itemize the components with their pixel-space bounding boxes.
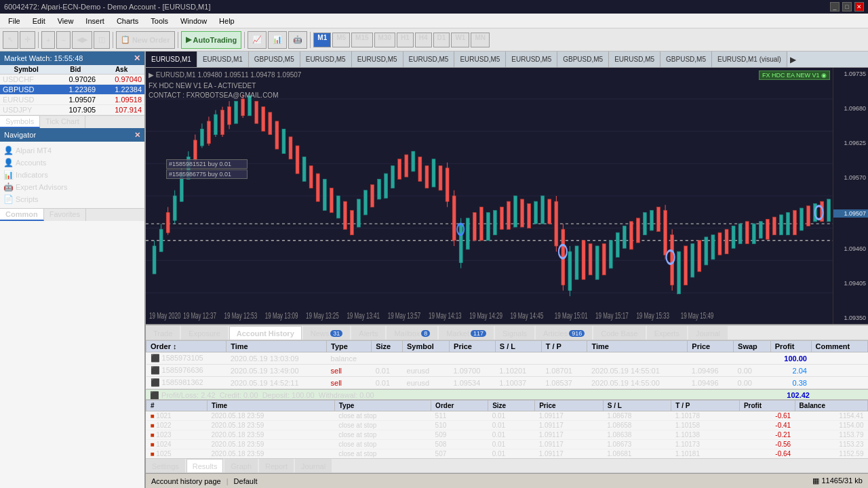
menu-tools[interactable]: Tools [145, 16, 174, 26]
close-btn[interactable]: ✕ [854, 2, 864, 12]
nav-item[interactable]: 👤Accounts [1, 157, 143, 169]
tab-exposure[interactable]: Exposure [181, 326, 227, 340]
analysis-tab-results[interactable]: Results [186, 459, 224, 472]
chart-tab-eurusd-m1-visual[interactable]: EURUSD,M1 (visual) [712, 52, 787, 67]
chart-tab-gbpusd-m5[interactable]: GBPUSD,M5 [249, 52, 300, 67]
tab-market[interactable]: Market117 [439, 326, 494, 340]
tf-d1[interactable]: D1 [433, 33, 450, 47]
market-watch-close[interactable]: ✕ [134, 54, 140, 63]
analysis-tab-report[interactable]: Report [259, 459, 294, 472]
new-order-icon: 📋 [121, 35, 130, 44]
mw-tab-symbols[interactable]: Symbols [0, 116, 40, 128]
toolbar-btn-scroll[interactable]: ◀▶ [72, 31, 92, 49]
navigator-close[interactable]: ✕ [134, 131, 140, 140]
chart-tab-gbpusd-m5-3[interactable]: GBPUSD,M5 [660, 52, 712, 67]
analysis-tab-journal[interactable]: Journal [295, 459, 332, 472]
price-7: 1.09350 [833, 314, 868, 321]
tf-h4[interactable]: H4 [415, 33, 432, 47]
nav-item[interactable]: 🤖Expert Advisors [1, 181, 143, 193]
toolbar-btn-zoom-out[interactable]: − [56, 31, 70, 49]
tab-articles[interactable]: Articles916 [536, 326, 592, 340]
tab-experts[interactable]: Experts [647, 326, 687, 340]
svg-rect-49 [330, 188, 333, 212]
tf-m1[interactable]: M1 [313, 33, 331, 47]
tab-signals[interactable]: Signals [495, 326, 534, 340]
tab-code-base[interactable]: Code Base [593, 326, 645, 340]
svg-rect-54 [364, 190, 368, 215]
menu-insert[interactable]: Insert [80, 16, 110, 26]
order-row-1[interactable]: ⬛ 1585973105 2020.05.19 13:03:09 balance… [146, 352, 868, 365]
market-watch-row[interactable]: GBPUSD1.223691.22384 [0, 85, 144, 95]
chart-tab-eurusd-m5-4[interactable]: EURUSD,M5 [454, 52, 506, 67]
svg-rect-85 [548, 199, 551, 224]
tab-news[interactable]: News31 [303, 326, 351, 340]
market-watch-row[interactable]: USDJPY107.905107.914 [0, 105, 144, 115]
menu-file[interactable]: File [3, 16, 26, 26]
market-watch-row[interactable]: USDCHF0.970260.97040 [0, 75, 144, 85]
maximize-btn[interactable]: □ [842, 2, 852, 12]
order-row-3[interactable]: ⬛ 1585981362 2020.05.19 14:52:11 sell 0.… [146, 377, 868, 389]
nav-tab-favorites[interactable]: Favorites [44, 209, 86, 221]
trade-marker-2: #1585986775 buy 0.01 [166, 169, 248, 179]
history-row[interactable]: ■ 1021 2020.05.18 23:59 close at stop 51… [146, 411, 868, 420]
history-row[interactable]: ■ 1024 2020.05.18 23:59 close at stop 50… [146, 439, 868, 449]
nav-item[interactable]: 📄Scripts [1, 193, 143, 205]
history-row[interactable]: ■ 1025 2020.05.18 23:59 close at stop 50… [146, 449, 868, 458]
tf-m30[interactable]: M30 [374, 33, 395, 47]
toolbar-btn-crosshair[interactable]: ✛ [20, 31, 35, 49]
mw-tab-tick-chart[interactable]: Tick Chart [40, 116, 85, 128]
hist-col-sl: S / L [603, 400, 671, 411]
menu-view[interactable]: View [52, 16, 79, 26]
svg-rect-39 [262, 107, 265, 131]
menu-help[interactable]: Help [214, 16, 240, 26]
chart-main[interactable]: 19 May 2020 19 May 12:37 19 May 12:53 19… [146, 68, 868, 324]
svg-text:19 May 14:29: 19 May 14:29 [469, 310, 502, 320]
toolbar-btn-arrow[interactable]: ↖ [3, 31, 18, 49]
auto-trading-button[interactable]: ▶ AutoTrading [181, 31, 242, 49]
tf-h1[interactable]: H1 [397, 33, 414, 47]
tab-mailbox[interactable]: Mailbox8 [387, 326, 437, 340]
tab-alerts[interactable]: Alerts [351, 326, 385, 340]
menu-window[interactable]: Window [175, 16, 212, 26]
analysis-tab-graph[interactable]: Graph [224, 459, 258, 472]
chart-tab-eurusd-m5-2[interactable]: EURUSD,M5 [352, 52, 403, 67]
chart-tab-eurusd-m5-1[interactable]: EURUSD,M5 [300, 52, 352, 67]
minimize-btn[interactable]: _ [830, 2, 840, 12]
new-order-button[interactable]: 📋 New Order [116, 31, 175, 49]
menu-edit[interactable]: Edit [27, 16, 51, 26]
analysis-tab-settings[interactable]: Settings [146, 459, 185, 472]
svg-rect-46 [309, 166, 313, 188]
order-row-2[interactable]: ⬛ 1585976636 2020.05.19 13:49:00 sell 0.… [146, 365, 868, 377]
toolbar-btn-period[interactable]: ◫ [94, 31, 110, 49]
nav-item[interactable]: 👤Alpari MT4 [1, 144, 143, 157]
history-row[interactable]: ■ 1022 2020.05.18 23:59 close at stop 51… [146, 420, 868, 430]
tf-m15[interactable]: M15 [351, 33, 372, 47]
navigator: Navigator ✕ 👤Alpari MT4👤Accounts📊Indicat… [0, 128, 144, 488]
toolbar-btn-expert[interactable]: 🤖 [288, 31, 307, 49]
svg-rect-123 [772, 217, 776, 235]
tab-account-history[interactable]: Account History [229, 326, 302, 340]
toolbar-btn-indicator[interactable]: 📊 [268, 31, 287, 49]
tab-journal[interactable]: Journal [688, 326, 728, 340]
tf-m5[interactable]: M5 [332, 33, 350, 47]
price-4: 1.09570 [833, 174, 868, 181]
col-comment: Comment [811, 341, 868, 352]
tf-mn[interactable]: MN [471, 33, 490, 47]
chart-tab-nav-right[interactable]: ▶ [787, 54, 799, 66]
tf-w1[interactable]: W1 [451, 33, 469, 47]
history-row[interactable]: ■ 1023 2020.05.18 23:59 close at stop 50… [146, 430, 868, 439]
chart-tab-eurusd-m5-5[interactable]: EURUSD,M5 [506, 52, 557, 67]
tab-trade[interactable]: Trade [146, 326, 180, 340]
chart-tab-eurusd-m5-6[interactable]: EURUSD,M5 [609, 52, 660, 67]
toolbar-btn-zoom-in[interactable]: + [41, 31, 55, 49]
chart-tab-eurusd-m5-3[interactable]: EURUSD,M5 [403, 52, 455, 67]
menu-charts[interactable]: Charts [111, 16, 144, 26]
chart-tab-eurusd-m1-active[interactable]: EURUSD,M1 [146, 52, 197, 67]
chart-tab-eurusd-m1-2[interactable]: EURUSD,M1 [197, 52, 249, 67]
nav-item[interactable]: 📊Indicators [1, 169, 143, 181]
nav-tab-common[interactable]: Common [0, 209, 44, 221]
history-section[interactable]: # Time Type Order Size Price S / L T / P… [146, 400, 868, 459]
market-watch-row[interactable]: EURUSD1.095071.09518 [0, 95, 144, 105]
chart-tab-gbpusd-m5-2[interactable]: GBPUSD,M5 [557, 52, 609, 67]
toolbar-btn-line[interactable]: 📈 [248, 31, 267, 49]
